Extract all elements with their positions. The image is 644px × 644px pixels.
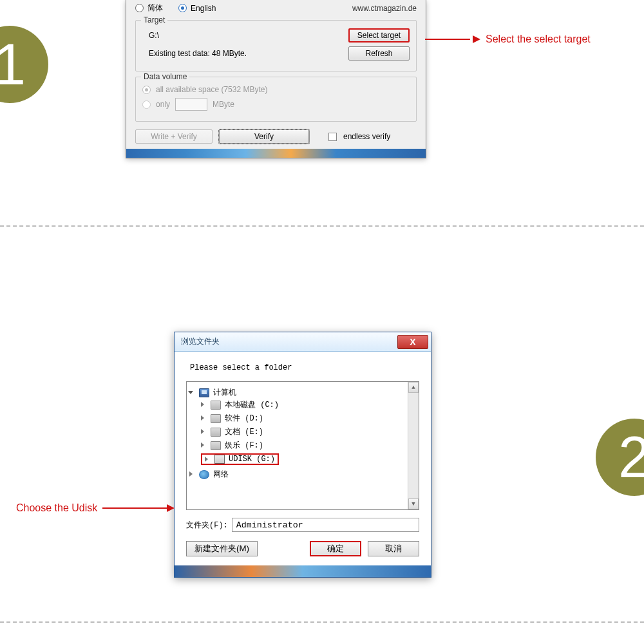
tree-label: 网络 — [213, 469, 229, 480]
taskbar — [126, 149, 426, 158]
tree-label: UDISK (G:) — [229, 455, 275, 464]
taskbar — [175, 565, 431, 577]
close-icon: X — [410, 337, 415, 347]
step-badge-1: 1 — [0, 26, 48, 103]
network-icon — [199, 470, 209, 479]
annotation-step2: Choose the Udisk — [16, 502, 175, 514]
step-number: 1 — [0, 32, 26, 98]
only-input — [175, 98, 207, 111]
all-space-label: all available space (7532 MByte) — [156, 85, 267, 94]
window-body: 简体 English www.ctmagazin.de Target G:\ S… — [126, 0, 426, 149]
all-space-radio — [142, 86, 151, 94]
tree-label: 本地磁盘 (C:) — [225, 399, 279, 410]
datavolume-legend: Data volume — [141, 72, 189, 81]
tree-label: 娱乐 (F:) — [225, 440, 263, 451]
arrow-right-icon — [473, 35, 480, 43]
usb-icon — [214, 455, 225, 464]
tree-label: 计算机 — [213, 387, 236, 398]
lang-en-radio[interactable] — [178, 4, 187, 12]
tree-computer[interactable]: 计算机 — [189, 387, 416, 398]
endless-verify-label: endless verify — [343, 132, 390, 141]
folder-row: 文件夹(F): — [186, 518, 419, 532]
browse-folder-dialog: 浏览文件夹 X Please select a folder 计算机 本地磁盘 … — [174, 332, 431, 578]
scroll-down-button[interactable]: ▼ — [408, 498, 419, 509]
only-label: only — [156, 100, 170, 109]
target-groupbox: Target G:\ Select target Existing test d… — [135, 20, 417, 71]
annotation2-text: Choose the Udisk — [16, 502, 97, 514]
hdd-icon — [211, 441, 221, 450]
dialog-instruction: Please select a folder — [190, 363, 419, 372]
endless-verify-checkbox[interactable] — [328, 133, 337, 141]
existing-data-label: Existing test data: 48 MByte. — [149, 49, 247, 58]
url-label: www.ctmagazin.de — [352, 4, 417, 13]
bottom-actions: Write + Verify Verify endless verify — [135, 127, 417, 144]
arrow-line — [425, 39, 470, 40]
folder-tree: 计算机 本地磁盘 (C:) 软件 (D:) 文档 (E:) 娱乐 (F:) UD… — [186, 381, 419, 510]
scroll-up-button[interactable]: ▲ — [408, 382, 419, 393]
hdd-icon — [211, 428, 221, 437]
lang-cn-radio[interactable] — [135, 4, 144, 12]
datavolume-groupbox: Data volume all available space (7532 MB… — [135, 77, 417, 122]
select-target-button[interactable]: Select target — [348, 28, 410, 43]
dialog-titlebar: 浏览文件夹 X — [175, 332, 431, 352]
chevron-right-icon[interactable] — [201, 402, 207, 408]
lang-cn-label: 简体 — [147, 3, 163, 14]
tree-drive-f[interactable]: 娱乐 (F:) — [201, 440, 416, 451]
refresh-button[interactable]: Refresh — [348, 46, 410, 61]
chevron-right-icon[interactable] — [189, 471, 195, 477]
annotation1-text: Select the select target — [486, 33, 591, 45]
arrow-line — [102, 507, 167, 509]
tree-drive-c[interactable]: 本地磁盘 (C:) — [201, 399, 416, 410]
close-button[interactable]: X — [397, 335, 428, 349]
hdd-icon — [211, 414, 221, 423]
chevron-right-icon[interactable] — [201, 442, 207, 448]
write-verify-button: Write + Verify — [135, 129, 213, 144]
dialog-body: Please select a folder 计算机 本地磁盘 (C:) 软件 … — [175, 352, 431, 565]
chevron-right-icon[interactable] — [205, 457, 211, 462]
tree-drive-e[interactable]: 文档 (E:) — [201, 426, 416, 437]
tree-drive-d[interactable]: 软件 (D:) — [201, 413, 416, 424]
divider-1 — [0, 225, 644, 227]
folder-input[interactable] — [232, 518, 419, 532]
tree-network[interactable]: 网络 — [189, 469, 416, 480]
new-folder-button[interactable]: 新建文件夹(M) — [186, 541, 258, 556]
chevron-down-icon[interactable] — [189, 390, 195, 395]
vertical-scrollbar[interactable]: ▲ ▼ — [408, 382, 419, 509]
tree-drive-g-udisk[interactable]: UDISK (G:) — [201, 453, 279, 465]
target-drive: G:\ — [149, 31, 159, 40]
hdd-icon — [211, 401, 221, 410]
ok-button[interactable]: 确定 — [310, 541, 361, 556]
language-row: 简体 English www.ctmagazin.de — [135, 1, 417, 17]
step-number: 2 — [618, 424, 644, 491]
target-legend: Target — [141, 15, 167, 24]
dialog-title: 浏览文件夹 — [181, 336, 220, 347]
arrow-right-icon — [167, 504, 175, 512]
only-unit: MByte — [213, 100, 234, 109]
annotation-step1: Select the select target — [425, 33, 591, 45]
tree-label: 文档 (E:) — [225, 426, 263, 437]
computer-icon — [199, 388, 209, 397]
divider-2 — [0, 621, 644, 623]
only-radio — [142, 100, 151, 109]
folder-label: 文件夹(F): — [186, 520, 228, 531]
cancel-button[interactable]: 取消 — [368, 541, 419, 556]
step-badge-2: 2 — [596, 419, 644, 496]
chevron-right-icon[interactable] — [201, 429, 207, 435]
dialog-button-row: 新建文件夹(M) 确定 取消 — [186, 541, 419, 556]
lang-en-label: English — [191, 4, 216, 13]
verify-button[interactable]: Verify — [219, 129, 309, 144]
chevron-right-icon[interactable] — [201, 415, 207, 421]
tree-label: 软件 (D:) — [225, 413, 263, 424]
h2testw-window: 简体 English www.ctmagazin.de Target G:\ S… — [126, 0, 426, 158]
